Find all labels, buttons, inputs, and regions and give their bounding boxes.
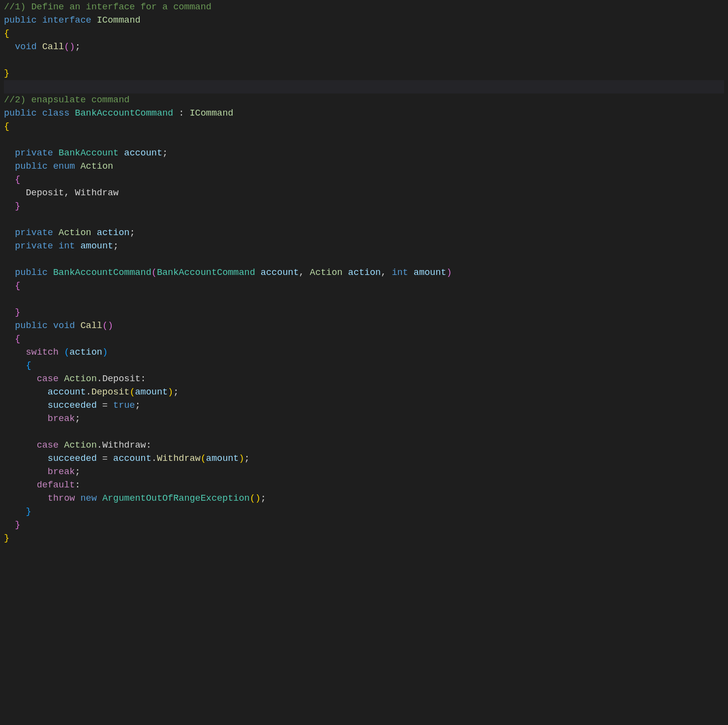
code-line: { xyxy=(4,279,724,293)
code-line: succeeded = true; xyxy=(4,399,724,412)
code-line: case Action.Deposit: xyxy=(4,372,724,386)
code-line: { xyxy=(4,27,724,40)
code-line xyxy=(4,213,724,226)
code-line xyxy=(4,425,724,439)
code-line: { xyxy=(4,173,724,186)
comment-text: //2) enapsulate command xyxy=(4,95,129,105)
code-line xyxy=(4,293,724,306)
code-line xyxy=(4,133,724,147)
code-line: switch (action) xyxy=(4,346,724,359)
code-line: public interface ICommand xyxy=(4,14,724,27)
code-line: break; xyxy=(4,412,724,425)
code-line: throw new ArgumentOutOfRangeException(); xyxy=(4,492,724,505)
code-line: } xyxy=(4,200,724,213)
code-line: private BankAccount account; xyxy=(4,147,724,160)
code-line: private Action action; xyxy=(4,226,724,240)
code-line: default: xyxy=(4,479,724,492)
code-line xyxy=(4,54,724,67)
code-line: { xyxy=(4,332,724,346)
code-line: public BankAccountCommand(BankAccountCom… xyxy=(4,266,724,279)
code-line: } xyxy=(4,306,724,319)
code-line: } xyxy=(4,505,724,518)
code-line: { xyxy=(4,359,724,372)
code-line: private int amount; xyxy=(4,240,724,253)
code-line: Deposit, Withdraw xyxy=(4,186,724,200)
code-line: } xyxy=(4,532,724,545)
code-line: //1) Define an interface for a command xyxy=(4,0,724,14)
code-line: //2) enapsulate command xyxy=(4,93,724,107)
comment-text: //1) Define an interface for a command xyxy=(4,2,212,12)
code-line: void Call(); xyxy=(4,40,724,54)
code-line: public void Call() xyxy=(4,319,724,332)
code-line: } xyxy=(4,518,724,532)
code-line: { xyxy=(4,120,724,133)
code-line: public enum Action xyxy=(4,160,724,173)
code-line-highlighted xyxy=(4,80,724,93)
code-line: public class BankAccountCommand : IComma… xyxy=(4,107,724,120)
code-editor[interactable]: //1) Define an interface for a command p… xyxy=(0,0,728,545)
code-line: succeeded = account.Withdraw(amount); xyxy=(4,452,724,465)
code-line: case Action.Withdraw: xyxy=(4,439,724,452)
code-line: account.Deposit(amount); xyxy=(4,386,724,399)
code-line: } xyxy=(4,67,724,80)
code-line: break; xyxy=(4,465,724,479)
code-line xyxy=(4,253,724,266)
